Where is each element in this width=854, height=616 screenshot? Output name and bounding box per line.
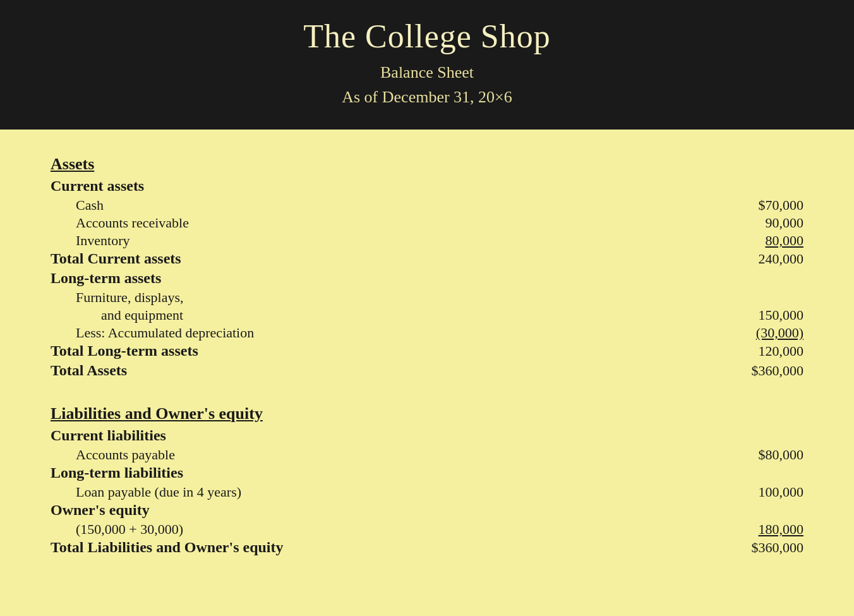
- current-liabilities-header: Current liabilities: [51, 427, 803, 444]
- accounts-receivable-value: 90,000: [728, 215, 803, 231]
- report-content: Assets Current assets Cash $70,000 Accou…: [0, 130, 854, 590]
- owners-equity-header: Owner's equity: [51, 502, 803, 519]
- total-current-assets-line: Total Current assets 240,000: [51, 250, 803, 267]
- report-header: The College Shop Balance Sheet As of Dec…: [0, 0, 854, 130]
- total-long-term-assets-line: Total Long-term assets 120,000: [51, 342, 803, 359]
- equity-value: 180,000: [728, 521, 803, 538]
- total-long-term-assets-label: Total Long-term assets: [51, 342, 198, 359]
- section-spacer: [51, 382, 803, 404]
- total-current-assets-label: Total Current assets: [51, 250, 181, 267]
- company-name: The College Shop: [13, 18, 841, 55]
- long-term-assets-header: Long-term assets: [51, 270, 803, 287]
- total-assets-label: Total Assets: [51, 362, 127, 379]
- furniture-value: 150,000: [728, 307, 803, 323]
- balance-sheet-label: Balance Sheet: [380, 63, 474, 82]
- accounts-payable-value: $80,000: [728, 447, 803, 463]
- accounts-receivable-line: Accounts receivable 90,000: [51, 215, 803, 231]
- report-title: Balance Sheet As of December 31, 20×6: [13, 60, 841, 109]
- cash-value: $70,000: [728, 197, 803, 214]
- total-assets-line: Total Assets $360,000: [51, 362, 803, 379]
- total-current-assets-value: 240,000: [728, 251, 803, 267]
- furniture-label: Furniture, displays,: [51, 289, 184, 306]
- total-liabilities-label: Total Liabilities and Owner's equity: [51, 539, 284, 556]
- accumulated-depreciation-line: Less: Accumulated depreciation (30,000): [51, 325, 803, 341]
- total-liabilities-line: Total Liabilities and Owner's equity $36…: [51, 539, 803, 556]
- accounts-payable-label: Accounts payable: [51, 447, 175, 463]
- furniture-line1: Furniture, displays,: [51, 289, 803, 306]
- loan-payable-line: Loan payable (due in 4 years) 100,000: [51, 484, 803, 500]
- cash-line: Cash $70,000: [51, 197, 803, 214]
- furniture-sub-label: and equipment: [51, 307, 183, 323]
- accounts-payable-line: Accounts payable $80,000: [51, 447, 803, 463]
- accounts-receivable-label: Accounts receivable: [51, 215, 189, 231]
- loan-payable-value: 100,000: [728, 484, 803, 500]
- accumulated-dep-label: Less: Accumulated depreciation: [51, 325, 254, 341]
- long-term-liabilities-header: Long-term liabilities: [51, 464, 803, 481]
- accumulated-dep-value: (30,000): [728, 325, 803, 341]
- inventory-line: Inventory 80,000: [51, 233, 803, 249]
- liabilities-section-header: Liabilities and Owner's equity: [51, 404, 803, 423]
- current-assets-header: Current assets: [51, 178, 803, 195]
- equity-calc-label: (150,000 + 30,000): [51, 521, 183, 538]
- equity-calc-line: (150,000 + 30,000) 180,000: [51, 521, 803, 538]
- assets-section-header: Assets: [51, 155, 803, 174]
- total-liabilities-value: $360,000: [728, 540, 803, 556]
- inventory-value: 80,000: [728, 233, 803, 249]
- inventory-label: Inventory: [51, 233, 130, 249]
- furniture-line2: and equipment 150,000: [51, 307, 803, 323]
- loan-payable-label: Loan payable (due in 4 years): [51, 484, 241, 500]
- total-long-term-assets-value: 120,000: [728, 343, 803, 359]
- cash-label: Cash: [51, 197, 104, 214]
- report-date: As of December 31, 20×6: [342, 88, 512, 106]
- total-assets-value: $360,000: [728, 363, 803, 379]
